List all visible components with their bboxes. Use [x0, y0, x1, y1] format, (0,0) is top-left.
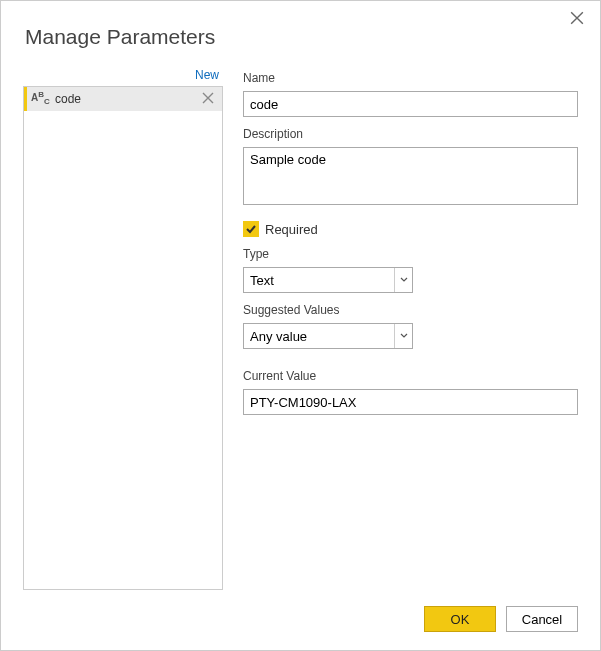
new-parameter-link[interactable]: New — [195, 68, 219, 82]
description-input[interactable] — [243, 147, 578, 205]
suggested-values-label: Suggested Values — [243, 303, 578, 317]
current-value-label: Current Value — [243, 369, 578, 383]
parameter-item-name: code — [55, 92, 196, 106]
description-label: Description — [243, 127, 578, 141]
required-row: Required — [243, 221, 578, 237]
suggested-values-select-wrap: Any value — [243, 323, 413, 349]
parameter-list-item[interactable]: ABC code — [24, 87, 222, 111]
suggested-values-select[interactable]: Any value — [243, 323, 413, 349]
name-input[interactable] — [243, 91, 578, 117]
type-select[interactable]: Text — [243, 267, 413, 293]
name-label: Name — [243, 71, 578, 85]
required-checkbox[interactable] — [243, 221, 259, 237]
new-row: New — [23, 67, 223, 86]
parameter-list: ABC code — [23, 86, 223, 590]
manage-parameters-dialog: Manage Parameters New ABC code Name Desc… — [0, 0, 601, 651]
text-type-icon: ABC — [31, 91, 49, 106]
dialog-footer: OK Cancel — [23, 590, 578, 632]
current-value-input[interactable] — [243, 389, 578, 415]
delete-parameter-icon[interactable] — [202, 92, 216, 106]
parameter-form: Name Description Required Type Text Sugg… — [243, 67, 578, 590]
dialog-title: Manage Parameters — [25, 25, 578, 49]
dialog-body: New ABC code Name Description — [23, 67, 578, 590]
type-select-wrap: Text — [243, 267, 413, 293]
cancel-button[interactable]: Cancel — [506, 606, 578, 632]
type-label: Type — [243, 247, 578, 261]
close-icon[interactable] — [570, 11, 586, 27]
required-label: Required — [265, 222, 318, 237]
ok-button[interactable]: OK — [424, 606, 496, 632]
parameter-list-pane: New ABC code — [23, 67, 223, 590]
